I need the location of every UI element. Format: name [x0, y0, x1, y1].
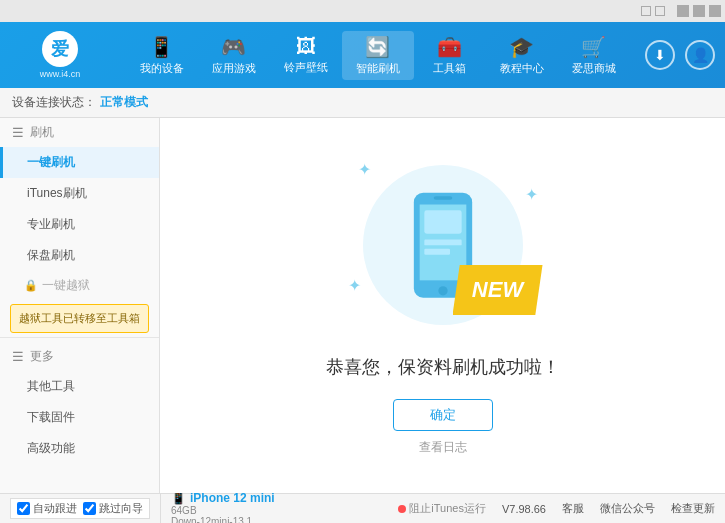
bottom-right: 阻止iTunes运行 V7.98.66 客服 微信公众号 检查更新: [398, 501, 715, 516]
title-bar: [0, 0, 725, 22]
nav-icon-tutorial: 🎓: [509, 35, 534, 59]
nav-label-shop: 爱思商城: [572, 61, 616, 76]
nav-item-shop[interactable]: 🛒 爱思商城: [558, 31, 630, 80]
device-version: Down-12mini-13.1: [171, 516, 252, 524]
nav-item-toolbox[interactable]: 🧰 工具箱: [414, 31, 486, 80]
nav-right: ⬇ 👤: [645, 40, 715, 70]
sidebar-more-header: ☰ 更多: [0, 342, 159, 371]
svg-rect-4: [424, 210, 461, 233]
success-illustration: ✦ ✦ ✦ NEW: [343, 155, 543, 335]
close-icon[interactable]: [709, 5, 721, 17]
nav-icon-smart-flash: 🔄: [365, 35, 390, 59]
device-info: 📱 iPhone 12 mini 64GB Down-12mini-13.1: [160, 491, 275, 524]
auto-follow-checkbox-label[interactable]: 自动跟进: [17, 501, 77, 516]
svg-rect-5: [424, 239, 461, 245]
skip-wizard-label: 跳过向导: [99, 501, 143, 516]
sidebar: ☰ 刷机 一键刷机 iTunes刷机 专业刷机 保盘刷机 🔒 一键越狱 越狱工具…: [0, 118, 160, 493]
logo-url: www.i4.cn: [40, 69, 81, 79]
maximize-icon[interactable]: [693, 5, 705, 17]
nav-item-tutorial[interactable]: 🎓 教程中心: [486, 31, 558, 80]
new-badge-text: NEW: [472, 277, 523, 303]
flash-section-icon: ☰: [12, 125, 24, 140]
nav-item-wallpaper[interactable]: 🖼 铃声壁纸: [270, 31, 342, 80]
auto-follow-label: 自动跟进: [33, 501, 77, 516]
nav-item-smart-flash[interactable]: 🔄 智能刷机: [342, 31, 414, 80]
skip-wizard-checkbox[interactable]: [83, 502, 96, 515]
minimize-icon[interactable]: [677, 5, 689, 17]
sidebar-notice: 越狱工具已转移至工具箱: [10, 304, 149, 333]
flash-section-label: 刷机: [30, 124, 54, 141]
download-button[interactable]: ⬇: [645, 40, 675, 70]
status-value: 正常模式: [100, 94, 148, 111]
itunes-status: 阻止iTunes运行: [398, 501, 486, 516]
nav-label-apps-games: 应用游戏: [212, 61, 256, 76]
sidebar-item-jailbreak: 🔒 一键越狱: [0, 271, 159, 300]
version-label: V7.98.66: [502, 503, 546, 515]
checkboxes-container: 自动跟进 跳过向导: [10, 498, 150, 519]
bottom-left: 自动跟进 跳过向导 📱 iPhone 12 mini 64GB Down-12m…: [10, 491, 398, 524]
nav-item-apps-games[interactable]: 🎮 应用游戏: [198, 31, 270, 80]
sidebar-item-one-click-flash[interactable]: 一键刷机: [0, 147, 159, 178]
svg-rect-6: [424, 248, 450, 254]
status-bar: 设备连接状态： 正常模式: [0, 88, 725, 118]
success-text: 恭喜您，保资料刷机成功啦！: [326, 355, 560, 379]
nav-icon-toolbox: 🧰: [437, 35, 462, 59]
nav-label-tutorial: 教程中心: [500, 61, 544, 76]
confirm-button[interactable]: 确定: [393, 399, 493, 431]
svg-rect-3: [433, 196, 452, 199]
sidebar-item-save-flash[interactable]: 保盘刷机: [0, 240, 159, 271]
show-daily-link[interactable]: 查看日志: [419, 439, 467, 456]
nav-icon-shop: 🛒: [581, 35, 606, 59]
new-badge: NEW: [453, 265, 543, 315]
lock-icon: 🔒: [24, 279, 38, 292]
check-update-link[interactable]: 检查更新: [671, 501, 715, 516]
main-layout: ☰ 刷机 一键刷机 iTunes刷机 专业刷机 保盘刷机 🔒 一键越狱 越狱工具…: [0, 118, 725, 493]
itunes-label: 阻止iTunes运行: [409, 501, 486, 516]
nav-icon-apps-games: 🎮: [221, 35, 246, 59]
sidebar-item-itunes-flash[interactable]: iTunes刷机: [0, 178, 159, 209]
sidebar-divider: [0, 337, 159, 338]
window-controls[interactable]: [641, 6, 665, 16]
skip-wizard-checkbox-label[interactable]: 跳过向导: [83, 501, 143, 516]
nav-label-smart-flash: 智能刷机: [356, 61, 400, 76]
nav-label-toolbox: 工具箱: [433, 61, 466, 76]
content-area: ✦ ✦ ✦ NEW 恭喜您，保资料刷机成功啦！ 确定 查看日志: [160, 118, 725, 493]
bottom-bar: 自动跟进 跳过向导 📱 iPhone 12 mini 64GB Down-12m…: [0, 493, 725, 523]
wechat-link[interactable]: 微信公众号: [600, 501, 655, 516]
sidebar-item-pro-flash[interactable]: 专业刷机: [0, 209, 159, 240]
nav-icon-wallpaper: 🖼: [296, 35, 316, 58]
status-label: 设备连接状态：: [12, 94, 96, 111]
sparkle-1: ✦: [358, 160, 371, 179]
win-btn-1[interactable]: [641, 6, 651, 16]
nav-label-my-device: 我的设备: [140, 61, 184, 76]
sidebar-item-other-tools[interactable]: 其他工具: [0, 371, 159, 402]
nav-label-wallpaper: 铃声壁纸: [284, 60, 328, 75]
auto-follow-checkbox[interactable]: [17, 502, 30, 515]
nav-items: 📱 我的设备 🎮 应用游戏 🖼 铃声壁纸 🔄 智能刷机 🧰 工具箱 🎓 教程中心…: [110, 31, 645, 80]
logo-icon: 爱: [42, 31, 78, 67]
win-btn-2[interactable]: [655, 6, 665, 16]
device-storage: 64GB: [171, 505, 197, 516]
itunes-dot: [398, 505, 406, 513]
sidebar-item-download-firmware[interactable]: 下载固件: [0, 402, 159, 433]
jailbreak-label: 一键越狱: [42, 277, 90, 294]
sidebar-item-advanced[interactable]: 高级功能: [0, 433, 159, 464]
more-section-label: 更多: [30, 348, 54, 365]
nav-item-my-device[interactable]: 📱 我的设备: [126, 31, 198, 80]
svg-point-2: [438, 286, 447, 295]
header: 爱 www.i4.cn 📱 我的设备 🎮 应用游戏 🖼 铃声壁纸 🔄 智能刷机 …: [0, 22, 725, 88]
more-section-icon: ☰: [12, 349, 24, 364]
sparkle-2: ✦: [525, 185, 538, 204]
nav-icon-my-device: 📱: [149, 35, 174, 59]
sidebar-section-flash: ☰ 刷机: [0, 118, 159, 147]
sparkle-3: ✦: [348, 276, 361, 295]
logo-area: 爱 www.i4.cn: [10, 31, 110, 79]
customer-service-link[interactable]: 客服: [562, 501, 584, 516]
user-button[interactable]: 👤: [685, 40, 715, 70]
